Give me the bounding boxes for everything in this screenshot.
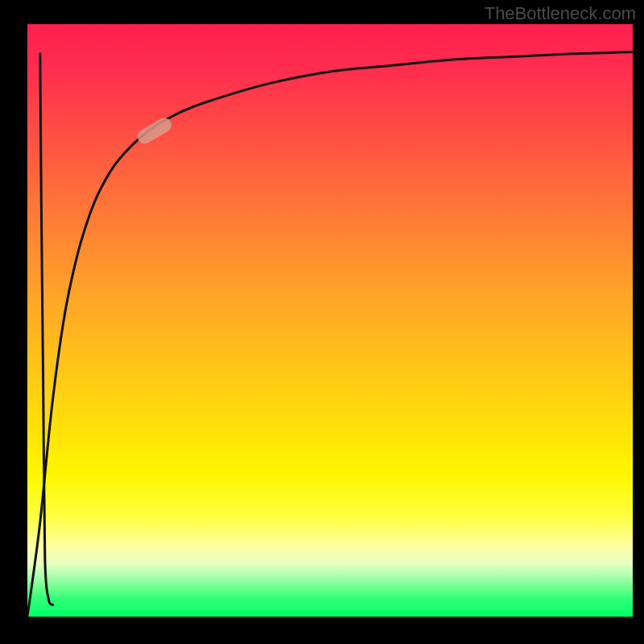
left-spike-curve — [40, 54, 53, 605]
svg-rect-0 — [134, 115, 174, 147]
chart-svg — [27, 24, 633, 617]
plot-area — [27, 24, 633, 617]
data-point-marker — [134, 115, 174, 147]
watermark-text: TheBottleneck.com — [485, 3, 636, 24]
main-curve — [27, 52, 633, 617]
